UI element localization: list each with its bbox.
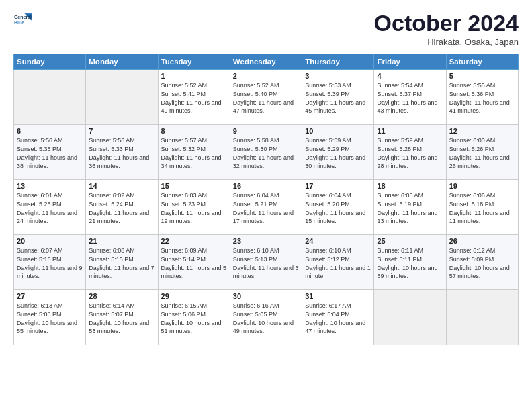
day-number: 27	[17, 292, 83, 300]
cell-info: Sunrise: 6:14 AM Sunset: 5:07 PM Dayligh…	[89, 302, 154, 335]
cell-info: Sunrise: 5:52 AM Sunset: 5:40 PM Dayligh…	[233, 81, 299, 115]
day-header-wednesday: Wednesday	[230, 54, 302, 70]
calendar-cell: 14Sunrise: 6:02 AM Sunset: 5:24 PM Dayli…	[86, 180, 158, 235]
calendar-cell: 23Sunrise: 6:10 AM Sunset: 5:13 PM Dayli…	[230, 235, 302, 290]
day-number: 16	[233, 182, 299, 190]
calendar-cell: 7Sunrise: 5:56 AM Sunset: 5:33 PM Daylig…	[86, 125, 158, 180]
day-number: 24	[305, 237, 371, 245]
cell-info: Sunrise: 6:10 AM Sunset: 5:12 PM Dayligh…	[305, 246, 371, 280]
day-number: 19	[449, 182, 515, 190]
cell-info: Sunrise: 6:10 AM Sunset: 5:13 PM Dayligh…	[233, 246, 299, 280]
cell-info: Sunrise: 5:58 AM Sunset: 5:30 PM Dayligh…	[233, 136, 299, 170]
day-number: 12	[449, 127, 515, 135]
title-area: October 2024 Hirakata, Osaka, Japan	[374, 11, 519, 47]
calendar-cell: 2Sunrise: 5:52 AM Sunset: 5:40 PM Daylig…	[230, 70, 302, 125]
day-number: 9	[233, 127, 299, 135]
calendar-cell: 30Sunrise: 6:16 AM Sunset: 5:05 PM Dayli…	[230, 290, 302, 345]
day-number: 25	[377, 237, 443, 245]
cell-info: Sunrise: 5:57 AM Sunset: 5:32 PM Dayligh…	[161, 136, 227, 170]
calendar-cell: 26Sunrise: 6:12 AM Sunset: 5:09 PM Dayli…	[446, 235, 518, 290]
logo: General Blue	[13, 11, 32, 30]
calendar-cell: 11Sunrise: 5:59 AM Sunset: 5:28 PM Dayli…	[374, 125, 446, 180]
day-number: 1	[161, 72, 227, 80]
calendar-cell: 5Sunrise: 5:55 AM Sunset: 5:36 PM Daylig…	[446, 70, 518, 125]
calendar-cell: 29Sunrise: 6:15 AM Sunset: 5:06 PM Dayli…	[158, 290, 230, 345]
calendar-cell: 10Sunrise: 5:59 AM Sunset: 5:29 PM Dayli…	[302, 125, 374, 180]
calendar-cell: 6Sunrise: 5:56 AM Sunset: 5:35 PM Daylig…	[14, 125, 86, 180]
day-number: 10	[305, 127, 371, 135]
calendar-table: SundayMondayTuesdayWednesdayThursdayFrid…	[13, 54, 519, 345]
day-header-tuesday: Tuesday	[158, 54, 230, 70]
calendar-cell: 31Sunrise: 6:17 AM Sunset: 5:04 PM Dayli…	[302, 290, 374, 345]
day-number: 3	[305, 72, 371, 80]
page: General Blue October 2024 Hirakata, Osak…	[0, 0, 532, 411]
calendar-cell: 24Sunrise: 6:10 AM Sunset: 5:12 PM Dayli…	[302, 235, 374, 290]
cell-info: Sunrise: 5:55 AM Sunset: 5:36 PM Dayligh…	[449, 81, 515, 115]
calendar-cell: 17Sunrise: 6:04 AM Sunset: 5:20 PM Dayli…	[302, 180, 374, 235]
day-number: 7	[89, 127, 154, 135]
week-row-4: 20Sunrise: 6:07 AM Sunset: 5:16 PM Dayli…	[14, 235, 519, 290]
cell-info: Sunrise: 6:04 AM Sunset: 5:20 PM Dayligh…	[305, 191, 371, 225]
day-number: 14	[89, 182, 154, 190]
day-number: 8	[161, 127, 227, 135]
calendar-cell: 21Sunrise: 6:08 AM Sunset: 5:15 PM Dayli…	[86, 235, 158, 290]
svg-text:General: General	[14, 15, 32, 19]
calendar-cell: 12Sunrise: 6:00 AM Sunset: 5:26 PM Dayli…	[446, 125, 518, 180]
subtitle: Hirakata, Osaka, Japan	[374, 37, 519, 47]
cell-info: Sunrise: 6:08 AM Sunset: 5:15 PM Dayligh…	[89, 246, 154, 280]
calendar-cell	[446, 290, 518, 345]
day-number: 15	[161, 182, 227, 190]
calendar-cell: 22Sunrise: 6:09 AM Sunset: 5:14 PM Dayli…	[158, 235, 230, 290]
cell-info: Sunrise: 5:53 AM Sunset: 5:39 PM Dayligh…	[305, 81, 371, 115]
logo-icon: General Blue	[13, 11, 32, 30]
cell-info: Sunrise: 6:17 AM Sunset: 5:04 PM Dayligh…	[305, 302, 371, 335]
day-header-saturday: Saturday	[446, 54, 518, 70]
cell-info: Sunrise: 5:56 AM Sunset: 5:33 PM Dayligh…	[89, 136, 154, 170]
cell-info: Sunrise: 6:05 AM Sunset: 5:19 PM Dayligh…	[377, 191, 443, 225]
month-title: October 2024	[374, 11, 519, 36]
cell-info: Sunrise: 6:09 AM Sunset: 5:14 PM Dayligh…	[161, 246, 227, 280]
day-number: 20	[17, 237, 83, 245]
cell-info: Sunrise: 5:56 AM Sunset: 5:35 PM Dayligh…	[17, 136, 83, 170]
cell-info: Sunrise: 6:12 AM Sunset: 5:09 PM Dayligh…	[449, 246, 515, 280]
calendar-cell	[86, 70, 158, 125]
day-number: 4	[377, 72, 443, 80]
week-row-3: 13Sunrise: 6:01 AM Sunset: 5:25 PM Dayli…	[14, 180, 519, 235]
day-header-sunday: Sunday	[14, 54, 86, 70]
day-number: 28	[89, 292, 154, 300]
cell-info: Sunrise: 6:16 AM Sunset: 5:05 PM Dayligh…	[233, 302, 299, 335]
cell-info: Sunrise: 6:07 AM Sunset: 5:16 PM Dayligh…	[17, 246, 83, 280]
calendar-cell: 3Sunrise: 5:53 AM Sunset: 5:39 PM Daylig…	[302, 70, 374, 125]
calendar-cell: 13Sunrise: 6:01 AM Sunset: 5:25 PM Dayli…	[14, 180, 86, 235]
day-header-friday: Friday	[374, 54, 446, 70]
calendar-cell: 4Sunrise: 5:54 AM Sunset: 5:37 PM Daylig…	[374, 70, 446, 125]
calendar-cell: 20Sunrise: 6:07 AM Sunset: 5:16 PM Dayli…	[14, 235, 86, 290]
header-row: SundayMondayTuesdayWednesdayThursdayFrid…	[14, 54, 519, 70]
day-number: 2	[233, 72, 299, 80]
day-header-thursday: Thursday	[302, 54, 374, 70]
day-number: 5	[449, 72, 515, 80]
calendar-cell: 16Sunrise: 6:04 AM Sunset: 5:21 PM Dayli…	[230, 180, 302, 235]
day-number: 26	[449, 237, 515, 245]
cell-info: Sunrise: 6:02 AM Sunset: 5:24 PM Dayligh…	[89, 191, 154, 225]
cell-info: Sunrise: 6:06 AM Sunset: 5:18 PM Dayligh…	[449, 191, 515, 225]
calendar-cell: 27Sunrise: 6:13 AM Sunset: 5:08 PM Dayli…	[14, 290, 86, 345]
cell-info: Sunrise: 6:00 AM Sunset: 5:26 PM Dayligh…	[449, 136, 515, 170]
svg-text:Blue: Blue	[14, 20, 24, 25]
day-number: 21	[89, 237, 154, 245]
cell-info: Sunrise: 6:01 AM Sunset: 5:25 PM Dayligh…	[17, 191, 83, 225]
calendar-cell: 15Sunrise: 6:03 AM Sunset: 5:23 PM Dayli…	[158, 180, 230, 235]
day-number: 22	[161, 237, 227, 245]
cell-info: Sunrise: 6:03 AM Sunset: 5:23 PM Dayligh…	[161, 191, 227, 225]
calendar-cell: 28Sunrise: 6:14 AM Sunset: 5:07 PM Dayli…	[86, 290, 158, 345]
cell-info: Sunrise: 6:04 AM Sunset: 5:21 PM Dayligh…	[233, 191, 299, 225]
day-number: 17	[305, 182, 371, 190]
cell-info: Sunrise: 5:54 AM Sunset: 5:37 PM Dayligh…	[377, 81, 443, 115]
header: General Blue October 2024 Hirakata, Osak…	[13, 11, 519, 47]
calendar-cell: 1Sunrise: 5:52 AM Sunset: 5:41 PM Daylig…	[158, 70, 230, 125]
calendar-cell: 19Sunrise: 6:06 AM Sunset: 5:18 PM Dayli…	[446, 180, 518, 235]
day-number: 23	[233, 237, 299, 245]
calendar-cell: 9Sunrise: 5:58 AM Sunset: 5:30 PM Daylig…	[230, 125, 302, 180]
cell-info: Sunrise: 5:59 AM Sunset: 5:28 PM Dayligh…	[377, 136, 443, 170]
calendar-cell	[14, 70, 86, 125]
